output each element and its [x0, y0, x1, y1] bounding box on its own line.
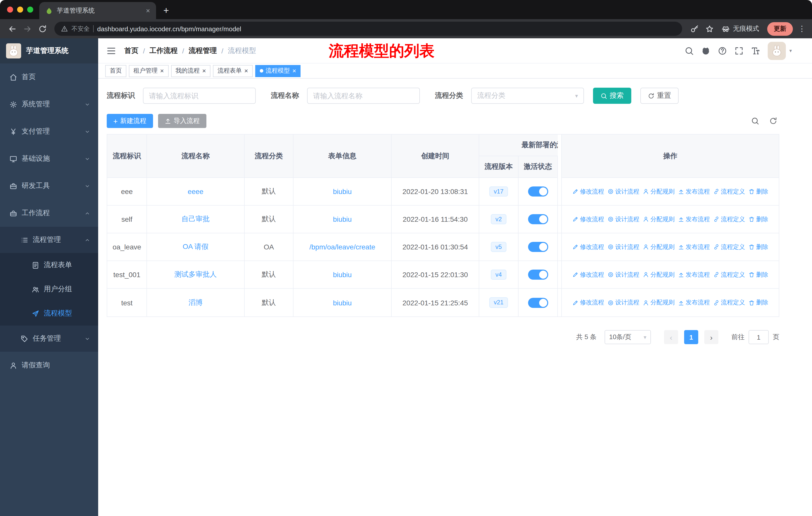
row-action-assign-rules[interactable]: 分配规则: [643, 187, 674, 196]
tag-home[interactable]: 首页: [105, 65, 126, 77]
process-key-input[interactable]: [149, 92, 250, 100]
font-size-icon[interactable]: [751, 46, 760, 55]
search-button[interactable]: 搜索: [593, 88, 631, 104]
row-action-assign-rules[interactable]: 分配规则: [643, 215, 674, 223]
create-process-button[interactable]: + 新建流程: [107, 114, 153, 128]
hamburger-icon[interactable]: [106, 46, 116, 56]
form-link[interactable]: biubiu: [333, 299, 352, 307]
tag-process-model[interactable]: 流程模型×: [255, 65, 301, 77]
close-window-button[interactable]: [7, 6, 13, 12]
row-action-design[interactable]: 设计流程: [608, 270, 639, 279]
form-link[interactable]: biubiu: [333, 271, 352, 279]
row-action-delete[interactable]: 删除: [749, 270, 768, 279]
breadcrumb-process-management[interactable]: 流程管理: [189, 46, 217, 55]
row-action-publish[interactable]: 发布流程: [678, 215, 710, 223]
row-action-publish[interactable]: 发布流程: [678, 187, 710, 196]
prev-page-button[interactable]: ‹: [664, 330, 678, 344]
zoom-window-button[interactable]: [27, 6, 33, 12]
tag-tenant-management[interactable]: 租户管理×: [129, 65, 168, 77]
tag-process-form[interactable]: 流程表单×: [213, 65, 253, 77]
row-action-edit[interactable]: 修改流程: [572, 270, 604, 279]
close-tab-icon[interactable]: ×: [144, 6, 152, 15]
toggle-search-icon[interactable]: [751, 117, 759, 125]
row-action-definition[interactable]: 流程定义: [713, 187, 745, 196]
app-logo[interactable]: 芋道管理系统: [0, 38, 98, 63]
row-action-definition[interactable]: 流程定义: [713, 270, 745, 279]
row-action-edit[interactable]: 修改流程: [572, 215, 604, 223]
fullscreen-icon[interactable]: [734, 46, 744, 55]
row-action-definition[interactable]: 流程定义: [713, 243, 745, 251]
user-avatar[interactable]: [768, 42, 786, 60]
form-link[interactable]: /bpm/oa/leave/create: [309, 243, 375, 251]
next-page-button[interactable]: ›: [704, 330, 718, 344]
category-select[interactable]: 流程分类 ▾: [471, 88, 584, 104]
sidebar-item-process-management[interactable]: 流程管理: [0, 227, 98, 253]
new-tab-button[interactable]: +: [159, 3, 173, 18]
sidebar-item-payment[interactable]: 支付管理: [0, 118, 98, 145]
active-toggle[interactable]: [528, 298, 548, 308]
row-action-delete[interactable]: 删除: [749, 215, 768, 223]
page-size-select[interactable]: 10条/页 ▾: [605, 330, 651, 344]
row-action-edit[interactable]: 修改流程: [572, 298, 604, 307]
row-action-assign-rules[interactable]: 分配规则: [643, 298, 674, 307]
form-link[interactable]: biubiu: [333, 215, 352, 223]
active-toggle[interactable]: [528, 270, 548, 280]
sidebar-item-user-group[interactable]: 用户分组: [0, 277, 98, 301]
sidebar-item-process-model[interactable]: 流程模型: [0, 301, 98, 326]
process-name-link[interactable]: 自己审批: [181, 215, 210, 224]
active-toggle[interactable]: [528, 242, 548, 252]
row-action-publish[interactable]: 发布流程: [678, 298, 710, 307]
row-action-assign-rules[interactable]: 分配规则: [643, 270, 674, 279]
process-name-link[interactable]: 测试多审批人: [174, 270, 217, 279]
minimize-window-button[interactable]: [17, 6, 23, 12]
passwords-key-button[interactable]: [687, 22, 701, 36]
row-action-definition[interactable]: 流程定义: [713, 215, 745, 223]
sidebar-item-home[interactable]: 首页: [0, 63, 98, 91]
breadcrumb-workflow[interactable]: 工作流程: [149, 46, 178, 55]
process-name-link[interactable]: OA 请假: [183, 242, 209, 251]
sidebar-item-process-form[interactable]: 流程表单: [0, 253, 98, 277]
github-icon[interactable]: [701, 46, 710, 55]
goto-page-input[interactable]: [749, 330, 769, 344]
row-action-publish[interactable]: 发布流程: [678, 270, 710, 279]
forward-button[interactable]: [20, 22, 34, 36]
row-action-design[interactable]: 设计流程: [608, 215, 639, 223]
browser-tab[interactable]: 芋道管理系统 ×: [39, 2, 156, 19]
row-action-design[interactable]: 设计流程: [608, 243, 639, 251]
row-action-definition[interactable]: 流程定义: [713, 298, 745, 307]
sidebar-item-task-management[interactable]: 任务管理: [0, 326, 98, 352]
process-name-input[interactable]: [313, 92, 414, 100]
row-action-delete[interactable]: 删除: [749, 187, 768, 196]
sidebar-item-infrastructure[interactable]: 基础设施: [0, 145, 98, 172]
reload-button[interactable]: [35, 22, 49, 36]
row-action-edit[interactable]: 修改流程: [572, 243, 604, 251]
page-1-button[interactable]: 1: [684, 330, 698, 344]
search-icon[interactable]: [685, 46, 694, 55]
process-name-link[interactable]: eeee: [188, 187, 203, 195]
close-icon[interactable]: ×: [202, 67, 206, 74]
address-bar[interactable]: 不安全 dashboard.yudao.iocoder.cn/bpm/manag…: [54, 22, 682, 36]
import-process-button[interactable]: 导入流程: [158, 114, 206, 128]
close-icon[interactable]: ×: [292, 67, 296, 74]
update-chrome-button[interactable]: 更新: [767, 22, 793, 35]
breadcrumb-home[interactable]: 首页: [124, 46, 139, 55]
row-action-design[interactable]: 设计流程: [608, 187, 639, 196]
close-icon[interactable]: ×: [160, 67, 164, 74]
process-name-link[interactable]: 滔博: [188, 298, 203, 307]
row-action-publish[interactable]: 发布流程: [678, 243, 710, 251]
row-action-delete[interactable]: 删除: [749, 298, 768, 307]
row-action-design[interactable]: 设计流程: [608, 298, 639, 307]
help-icon[interactable]: [718, 46, 727, 55]
bookmark-button[interactable]: [702, 22, 716, 36]
sidebar-item-workflow[interactable]: 工作流程: [0, 199, 98, 227]
close-icon[interactable]: ×: [244, 67, 248, 74]
tag-my-process[interactable]: 我的流程×: [171, 65, 210, 77]
browser-menu-icon[interactable]: ⋮: [797, 24, 807, 33]
sidebar-item-devtools[interactable]: 研发工具: [0, 172, 98, 199]
row-action-edit[interactable]: 修改流程: [572, 187, 604, 196]
sidebar-item-leave-query[interactable]: 请假查询: [0, 352, 98, 379]
reset-button[interactable]: 重置: [640, 88, 678, 104]
form-link[interactable]: biubiu: [333, 187, 352, 195]
back-button[interactable]: [5, 22, 19, 36]
refresh-table-icon[interactable]: [769, 117, 777, 125]
